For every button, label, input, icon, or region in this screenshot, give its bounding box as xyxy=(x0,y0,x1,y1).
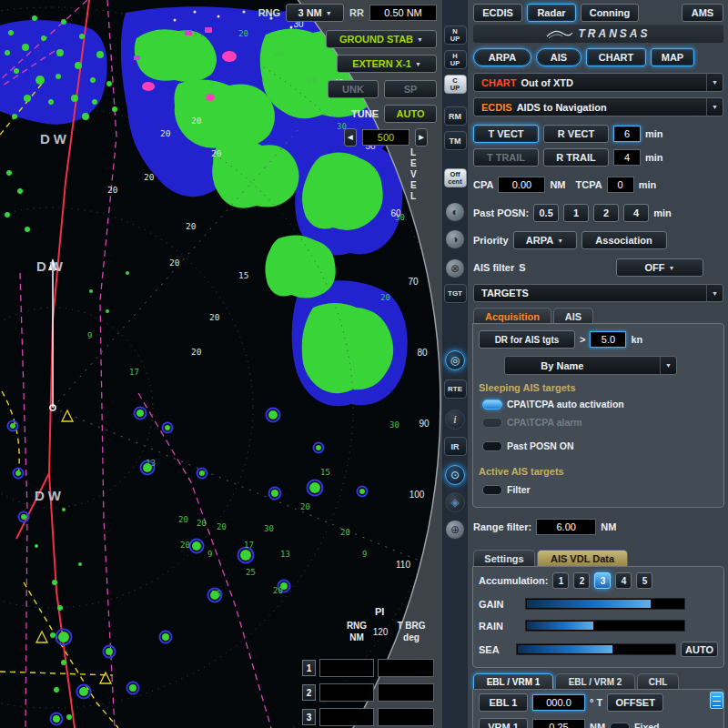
brilliance-icon[interactable]: ◐ xyxy=(445,202,465,222)
stabilization-select[interactable]: GROUND STAB ▼ xyxy=(326,30,437,48)
gain-slider[interactable] xyxy=(525,598,685,610)
vrm1-range-value[interactable]: 0.25 xyxy=(532,719,585,728)
globe-icon[interactable]: ⊕ xyxy=(445,520,465,540)
sp-button[interactable]: SP xyxy=(384,80,437,98)
relative-vector-button[interactable]: R VECT xyxy=(543,125,609,143)
pi-rng-cell[interactable] xyxy=(319,683,374,702)
ais-button[interactable]: AIS xyxy=(536,48,581,66)
accumulation-5[interactable]: 5 xyxy=(636,572,652,589)
tab-radar[interactable]: Radar xyxy=(527,4,576,22)
true-vector-button[interactable]: T VECT xyxy=(473,125,539,143)
vrm1-button[interactable]: VRM 1 xyxy=(479,718,528,728)
clear-icon[interactable]: ⊗ xyxy=(445,258,465,278)
range-filter-value[interactable]: 6.00 xyxy=(536,519,596,535)
map-button[interactable]: MAP xyxy=(651,48,694,66)
tcpa-value[interactable]: 0 xyxy=(607,177,634,193)
tune-auto-button[interactable]: AUTO xyxy=(384,105,437,123)
ebl-vrm-icon[interactable]: ⊙ xyxy=(445,465,465,485)
pi-row-index[interactable]: 2 xyxy=(302,684,316,701)
vector-time-value[interactable]: 6 xyxy=(613,126,641,142)
arpa-button[interactable]: ARPA xyxy=(473,48,531,66)
ais-target-echo[interactable] xyxy=(238,548,254,563)
ebl1-bearing-value[interactable]: 000.0 xyxy=(532,694,585,711)
accumulation-3[interactable]: 3 xyxy=(594,572,611,589)
off-center-button[interactable]: Offcent xyxy=(444,168,467,187)
past-posn-0.5[interactable]: 0.5 xyxy=(533,204,559,222)
pi-brg-cell[interactable] xyxy=(378,659,434,677)
radar-settings-group: Accumulation: 1 2 3 4 5 GAIN RAIN SEA AU… xyxy=(472,566,724,668)
head-up-button[interactable]: HUP xyxy=(444,50,467,69)
relative-trail-button[interactable]: R TRAIL xyxy=(543,148,609,167)
tab-conning[interactable]: Conning xyxy=(581,4,639,22)
trail-time-value[interactable]: 4 xyxy=(613,149,641,166)
ecdis-layer-dropdown[interactable]: ECDIS AIDS to Navigation ▼ xyxy=(473,97,723,116)
tune-increase-button[interactable]: ▶ xyxy=(415,128,428,147)
notes-icon[interactable] xyxy=(710,692,723,709)
cpa-auto-activation-toggle[interactable] xyxy=(482,399,502,410)
active-filter-toggle[interactable] xyxy=(482,485,502,495)
accumulation-4[interactable]: 4 xyxy=(615,572,632,589)
radar-echo-dot xyxy=(92,99,97,105)
cpa-value[interactable]: 0.00 xyxy=(498,177,545,193)
north-up-button[interactable]: NUP xyxy=(444,25,467,45)
marker-icon[interactable]: ◈ xyxy=(445,492,465,512)
vrm-fixed-toggle[interactable] xyxy=(610,723,630,728)
dr-for-ais-button[interactable]: DR for AIS tgts xyxy=(479,330,575,349)
chart-button[interactable]: CHART xyxy=(586,48,646,66)
interference-rejection-button[interactable]: IR xyxy=(444,437,467,456)
pi-rng-cell[interactable] xyxy=(319,659,374,677)
acquire-target-icon[interactable]: ◎ xyxy=(445,350,465,370)
tab-acquisition[interactable]: Acquisition xyxy=(473,308,551,324)
tab-ais-vdl-data[interactable]: AIS VDL Data xyxy=(537,550,628,566)
dr-speed-value[interactable]: 5.0 xyxy=(590,331,626,348)
sea-auto-button[interactable]: AUTO xyxy=(681,642,718,657)
relative-motion-button[interactable]: RM xyxy=(444,106,467,126)
sounding-label: 20 xyxy=(160,128,171,138)
tune-decrease-button[interactable]: ◀ xyxy=(344,128,357,147)
transceiver-select[interactable]: EXTERN X-1 ▼ xyxy=(337,55,437,73)
tab-ais[interactable]: AIS xyxy=(553,308,593,324)
target-menu-button[interactable]: TGT xyxy=(444,284,467,303)
day-night-icon[interactable]: ◑ xyxy=(445,229,465,249)
tune-value[interactable]: 500 xyxy=(362,129,410,146)
cpa-alarm-toggle[interactable] xyxy=(482,418,502,428)
rain-slider[interactable] xyxy=(525,620,685,632)
route-button[interactable]: RTE xyxy=(444,379,467,399)
course-up-button[interactable]: CUP xyxy=(444,75,467,94)
tab-ams[interactable]: AMS xyxy=(682,4,723,22)
sea-slider[interactable] xyxy=(516,643,676,655)
range-select[interactable]: 3 NM ▼ xyxy=(286,4,344,22)
accumulation-2[interactable]: 2 xyxy=(573,572,590,589)
ebl-offset-button[interactable]: OFFSET xyxy=(607,693,663,712)
tab-ecdis[interactable]: ECDIS xyxy=(473,4,522,22)
pi-row-index[interactable]: 3 xyxy=(302,709,316,725)
ais-filter-select[interactable]: OFF▼ xyxy=(616,258,703,277)
past-posn-1[interactable]: 1 xyxy=(563,204,589,222)
ais-target-echo[interactable] xyxy=(56,630,72,645)
tab-ebl-vrm-1[interactable]: EBL / VRM 1 xyxy=(473,673,553,690)
past-posn-on-toggle[interactable] xyxy=(482,441,502,451)
past-posn-2[interactable]: 2 xyxy=(593,204,619,222)
info-button[interactable]: i xyxy=(445,410,465,430)
stabilization-value: GROUND STAB xyxy=(339,34,413,45)
pi-brg-cell[interactable] xyxy=(378,683,434,702)
pi-rng-cell[interactable] xyxy=(319,708,374,726)
radar-display-area: 2020202020202015202020202020303020301520… xyxy=(0,0,442,728)
tab-settings[interactable]: Settings xyxy=(473,550,535,566)
priority-select[interactable]: ARPA▼ xyxy=(513,231,577,249)
ebl1-button[interactable]: EBL 1 xyxy=(479,693,528,712)
accumulation-1[interactable]: 1 xyxy=(552,572,569,589)
tab-ebl-vrm-2[interactable]: EBL / VRM 2 xyxy=(555,673,635,690)
ais-target-echo[interactable] xyxy=(308,480,323,496)
targets-section-header[interactable]: TARGETS ▼ xyxy=(473,284,723,302)
pi-brg-cell[interactable] xyxy=(378,708,434,726)
tab-chl[interactable]: CHL xyxy=(637,673,679,690)
true-trail-button[interactable]: T TRAIL xyxy=(473,148,539,167)
true-motion-button[interactable]: TM xyxy=(444,131,467,150)
sort-by-dropdown[interactable]: By Name ▼ xyxy=(504,356,677,375)
association-button[interactable]: Association xyxy=(581,231,667,249)
chart-alert-dropdown[interactable]: CHART Out of XTD ▼ xyxy=(473,73,723,92)
past-posn-4[interactable]: 4 xyxy=(623,204,649,222)
unk-button[interactable]: UNK xyxy=(328,80,379,98)
pi-row-index[interactable]: 1 xyxy=(302,660,316,676)
